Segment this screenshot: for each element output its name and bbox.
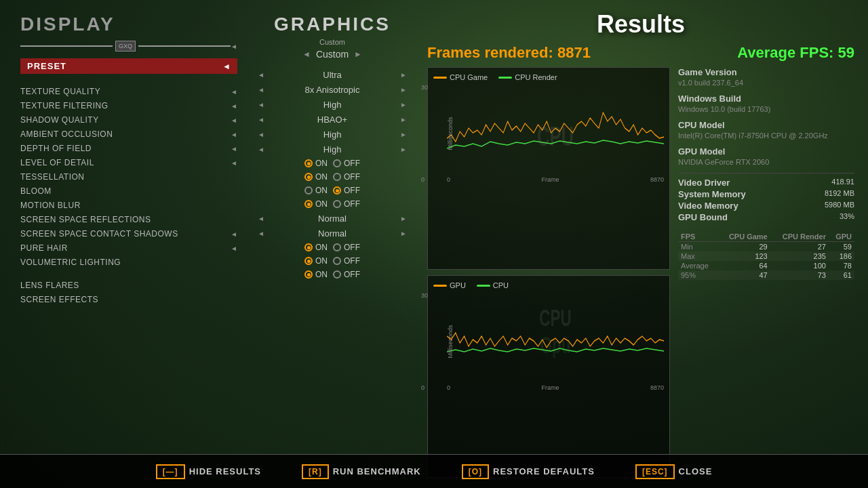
motion-blur-off-radio[interactable] <box>333 186 341 195</box>
bloom-on-radio[interactable] <box>304 173 313 181</box>
game-version-group: Game Version v1.0 build 237.6_64 <box>678 67 854 87</box>
close-label: CLOSE <box>679 466 713 476</box>
system-memory-label: System Memory <box>678 189 746 199</box>
preset-bar[interactable]: PRESET ◄ <box>20 58 237 74</box>
volumetric-off-radio[interactable] <box>333 243 341 251</box>
game-version-label: Game Version <box>678 67 854 77</box>
lens-flares-on-radio[interactable] <box>304 257 313 265</box>
col-cpu-game: CPU Game <box>717 232 770 242</box>
gfx-shadow-quality[interactable]: ◄ High ► <box>258 98 407 111</box>
hardware-stats: Video Driver 418.91 System Memory 8192 M… <box>678 173 854 224</box>
video-driver-label: Video Driver <box>678 178 730 188</box>
chart1-container: CPU Game CPU Render 30 0 Milliseconds <box>427 67 670 270</box>
setting-ambient-occlusion[interactable]: AMBIENT OCCLUSION ◄ <box>20 127 237 141</box>
gfx-depth-of-field[interactable]: ◄ High ► <box>258 127 407 141</box>
gfx-volumetric[interactable]: ON OFF <box>258 241 407 253</box>
lens-flares-off-radio[interactable] <box>333 257 341 265</box>
gfx-screen-effects[interactable]: ON OFF <box>258 268 407 281</box>
charts-and-stats: CPU Game CPU Render 30 0 Milliseconds <box>427 67 854 478</box>
gfx-bloom[interactable]: ON OFF <box>258 171 407 183</box>
chart2-svg: CPU Gpu <box>447 292 664 380</box>
chart2-y-axis: 30 0 <box>421 292 428 391</box>
gpu-model-label: GPU Model <box>678 146 854 157</box>
gfx-level-of-detail[interactable]: ◄ High ► <box>258 142 407 156</box>
setting-pure-hair[interactable]: PURE HAIR ◄ <box>20 241 237 255</box>
gfx-motion-blur[interactable]: ON OFF <box>258 184 407 197</box>
gfx-ambient-occlusion[interactable]: ◄ HBAO+ ► <box>258 113 407 126</box>
setting-motion-blur[interactable]: MOTION BLUR <box>20 199 237 212</box>
table-row-min: Min 29 27 59 <box>678 242 854 252</box>
graphics-title: GRAPHICS <box>258 14 407 35</box>
preset-arrow: ◄ <box>222 62 231 71</box>
setting-volumetric-lighting[interactable]: VOLUMETRIC LIGHTING <box>20 256 237 269</box>
close-key: [ESC] <box>635 464 675 479</box>
setting-screen-space-contact[interactable]: SCREEN SPACE CONTACT SHADOWS ◄ <box>20 227 237 241</box>
game-version-value: v1.0 build 237.6_64 <box>678 79 854 87</box>
gpu-bound-label: GPU Bound <box>678 212 728 222</box>
table-row-average: Average 64 100 78 <box>678 261 854 270</box>
charts-section: CPU Game CPU Render 30 0 Milliseconds <box>427 67 670 478</box>
setting-texture-filtering[interactable]: TEXTURE FILTERING ◄ <box>20 99 237 113</box>
graphics-preset-row[interactable]: ◄ Custom ► <box>258 49 407 60</box>
legend-gpu: GPU <box>433 281 466 289</box>
system-memory-row: System Memory 8192 MB <box>678 189 854 201</box>
performance-table: FPS CPU Game CPU Render GPU Min 29 27 59 <box>678 232 854 280</box>
gfx-texture-filtering[interactable]: ◄ 8x Anisotropic ► <box>258 83 407 96</box>
middle-panel: GRAPHICS Custom ◄ Custom ► ◄ Ultra ► ◄ 8… <box>251 0 414 488</box>
setting-level-of-detail[interactable]: LEVEL OF DETAIL ◄ <box>20 156 237 169</box>
ssr-on-radio[interactable] <box>304 200 313 208</box>
gpu-bound-row: GPU Bound 33% <box>678 212 854 224</box>
stats-panel: Game Version v1.0 build 237.6_64 Windows… <box>678 67 854 478</box>
col-gpu: GPU <box>829 232 854 242</box>
setting-screen-space-reflections[interactable]: SCREEN SPACE REFLECTIONS <box>20 213 237 226</box>
tessellation-on-radio[interactable] <box>304 159 313 167</box>
gfx-texture-quality[interactable]: ◄ Ultra ► <box>258 68 407 81</box>
gfx-pure-hair[interactable]: ◄ Normal ► <box>258 226 407 240</box>
setting-bloom[interactable]: BLOOM <box>20 184 237 198</box>
system-memory-value: 8192 MB <box>825 189 854 201</box>
cpu-model-value: Intel(R) Core(TM) i7-8750H CPU @ 2.20GHz <box>678 131 854 140</box>
setting-texture-quality[interactable]: TEXTURE QUALITY ◄ <box>20 85 237 98</box>
cpu-render-color <box>498 77 512 79</box>
tessellation-off-radio[interactable] <box>333 159 341 167</box>
setting-tessellation[interactable]: TESSELLATION <box>20 170 237 184</box>
cpu-model-group: CPU Model Intel(R) Core(TM) i7-8750H CPU… <box>678 120 854 140</box>
svg-text:CPU: CPU <box>537 121 574 151</box>
video-driver-row: Video Driver 418.91 <box>678 178 854 189</box>
preset-right-arrow[interactable]: ► <box>354 49 362 59</box>
setting-shadow-quality[interactable]: SHADOW QUALITY ◄ <box>20 113 237 127</box>
preset-sublabel: Custom <box>258 38 407 46</box>
restore-defaults-key: [O] <box>462 464 489 479</box>
setting-lens-flares[interactable]: LENS FLARES <box>20 279 237 292</box>
volumetric-on-radio[interactable] <box>304 243 313 251</box>
gfx-lens-flares[interactable]: ON OFF <box>258 255 407 267</box>
avg-fps: Average FPS: 59 <box>737 44 854 62</box>
run-benchmark-label: RUN BENCHMARK <box>333 466 421 476</box>
y-axis-label2: Milliseconds <box>447 325 454 358</box>
setting-screen-effects[interactable]: SCREEN EFFECTS <box>20 293 237 306</box>
restore-defaults-button[interactable]: [O] RESTORE DEFAULTS <box>462 464 595 479</box>
screen-effects-off-radio[interactable] <box>333 270 341 279</box>
chart1-x-axis: 0 Frame 8870 <box>447 176 664 183</box>
legend-cpu-game: CPU Game <box>433 73 488 81</box>
gfx-tessellation[interactable]: ON OFF <box>258 157 407 169</box>
motion-blur-on-radio[interactable] <box>304 186 313 195</box>
run-benchmark-button[interactable]: [R] RUN BENCHMARK <box>302 464 421 479</box>
gfx-contact-shadows[interactable]: ◄ Normal ► <box>258 211 407 225</box>
preset-label: PRESET <box>27 61 66 71</box>
ssr-off-radio[interactable] <box>333 200 341 208</box>
setting-depth-of-field[interactable]: DEPTH OF FIELD ◄ <box>20 142 237 155</box>
bloom-off-radio[interactable] <box>333 173 341 181</box>
preset-left-arrow[interactable]: ◄ <box>302 49 311 59</box>
screen-effects-on-radio[interactable] <box>304 270 313 279</box>
display-icon: GXQ <box>115 41 136 52</box>
close-button[interactable]: [ESC] CLOSE <box>635 464 712 479</box>
settings-list: TEXTURE QUALITY ◄ TEXTURE FILTERING ◄ SH… <box>20 85 237 306</box>
gpu-color <box>433 285 447 287</box>
legend-cpu: CPU <box>477 281 509 289</box>
hide-results-button[interactable]: [—] HIDE RESULTS <box>156 464 261 479</box>
chart1-legend: CPU Game CPU Render <box>433 73 664 81</box>
windows-build-value: Windows 10.0 (build 17763) <box>678 105 854 113</box>
video-memory-value: 5980 MB <box>825 201 854 212</box>
gfx-ssr[interactable]: ON OFF <box>258 198 407 210</box>
